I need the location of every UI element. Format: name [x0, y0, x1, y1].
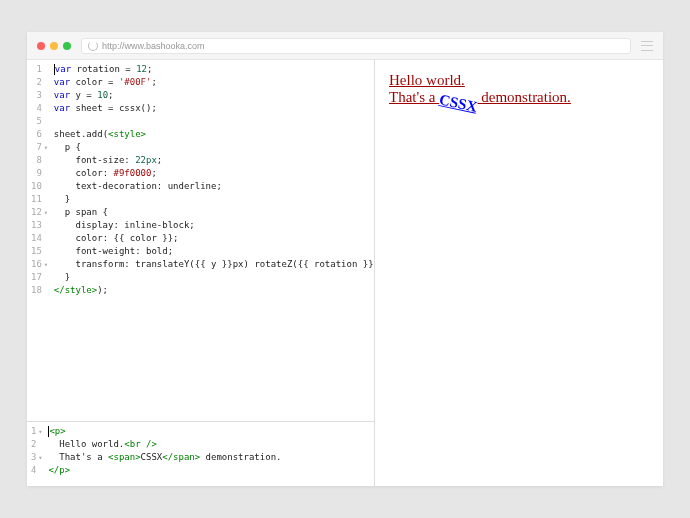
code-line[interactable]: Hello world.<br /> — [48, 438, 374, 451]
code-line[interactable]: } — [54, 271, 374, 284]
content-area: 1234567 ▾89101112 ▾13141516 ▾1718var rot… — [27, 60, 663, 486]
refresh-icon[interactable] — [88, 41, 98, 51]
code-line[interactable]: var rotation = 12; — [54, 63, 374, 76]
code-token: add — [86, 128, 102, 141]
code-body[interactable]: <p> Hello world.<br /> That's a <span>CS… — [48, 425, 374, 477]
code-token: demonstration. — [200, 451, 281, 464]
code-line[interactable]: } — [54, 193, 374, 206]
preview-text-after: demonstration. — [478, 89, 571, 105]
code-token — [54, 167, 76, 180]
code-token: translateY — [135, 258, 189, 271]
line-number: 2 — [31, 438, 42, 451]
code-token: That's a — [59, 451, 108, 464]
code-token: {{ color }} — [113, 232, 173, 245]
code-line[interactable]: font-size: 22px; — [54, 154, 374, 167]
code-token — [48, 451, 59, 464]
maximize-icon[interactable] — [63, 42, 71, 50]
code-line[interactable] — [54, 115, 374, 128]
code-token — [54, 245, 76, 258]
code-token: <style> — [108, 128, 146, 141]
code-token: (); — [141, 102, 157, 115]
code-line[interactable]: p span { — [54, 206, 374, 219]
code-token: underline — [168, 180, 217, 193]
code-token: {{ y }} — [195, 258, 233, 271]
code-line[interactable]: </p> — [48, 464, 374, 477]
code-token: px) — [233, 258, 255, 271]
code-token: ; — [147, 63, 152, 76]
code-token: : — [124, 154, 135, 167]
line-number: 7 ▾ — [31, 141, 48, 154]
code-token — [54, 232, 76, 245]
url-text: http://www.bashooka.com — [102, 41, 205, 51]
code-token — [54, 219, 76, 232]
line-number: 14 — [31, 232, 48, 245]
code-token: var — [54, 76, 70, 89]
line-number: 3 — [31, 89, 48, 102]
code-line[interactable]: color: #9f0000; — [54, 167, 374, 180]
code-token: 22px — [135, 154, 157, 167]
code-token — [54, 141, 65, 154]
code-line[interactable]: var sheet = cssx(); — [54, 102, 374, 115]
code-body[interactable]: var rotation = 12;var color = '#00F';var… — [54, 63, 374, 297]
code-token: display — [76, 219, 114, 232]
code-token: ; — [216, 180, 221, 193]
line-number: 4 — [31, 464, 42, 477]
preview-pane: Hello world. That's a CSSX demonstration… — [375, 60, 663, 486]
code-token: transform — [76, 258, 125, 271]
window-controls — [37, 42, 71, 50]
js-css-editor[interactable]: 1234567 ▾89101112 ▾13141516 ▾1718var rot… — [27, 60, 374, 421]
code-token: ; — [168, 245, 173, 258]
line-number: 2 — [31, 76, 48, 89]
code-line[interactable]: var color = '#00F'; — [54, 76, 374, 89]
code-line[interactable]: sheet.add(<style> — [54, 128, 374, 141]
preview-span-cssx: CSSX — [438, 91, 479, 116]
code-token: sheet — [76, 102, 103, 115]
code-token: var — [54, 89, 70, 102]
code-token: 12 — [136, 63, 147, 76]
code-token: {{ rotation }} — [298, 258, 374, 271]
code-line[interactable]: </style>); — [54, 284, 374, 297]
code-line[interactable]: <p> — [48, 425, 374, 438]
code-token: : — [124, 258, 135, 271]
menu-icon[interactable] — [641, 41, 653, 51]
code-token — [54, 154, 76, 167]
code-token: = — [103, 102, 119, 115]
code-token: cssx — [119, 102, 141, 115]
line-number: 18 — [31, 284, 48, 297]
line-number: 13 — [31, 219, 48, 232]
line-number-gutter: 1 ▾23 ▾4 — [27, 425, 48, 477]
editors-column: 1234567 ▾89101112 ▾13141516 ▾1718var rot… — [27, 60, 375, 486]
line-number: 4 — [31, 102, 48, 115]
code-token: var — [54, 102, 70, 115]
code-token: Hello world. — [59, 438, 124, 451]
code-token — [54, 180, 76, 193]
code-token: ; — [151, 167, 156, 180]
code-token: font-size — [76, 154, 125, 167]
code-token: = — [81, 89, 97, 102]
code-token: inline-block — [124, 219, 189, 232]
line-number: 17 — [31, 271, 48, 284]
code-line[interactable]: text-decoration: underline; — [54, 180, 374, 193]
preview-text-before: That's a — [389, 89, 439, 105]
code-line[interactable]: transform: translateY({{ y }}px) rotateZ… — [54, 258, 374, 271]
line-number: 8 — [31, 154, 48, 167]
code-token: color — [76, 76, 103, 89]
code-line[interactable]: var y = 10; — [54, 89, 374, 102]
code-token: var — [55, 63, 71, 76]
code-token: p span — [65, 206, 98, 219]
url-bar[interactable]: http://www.bashooka.com — [81, 38, 631, 54]
code-token — [54, 206, 65, 219]
close-icon[interactable] — [37, 42, 45, 50]
code-line[interactable]: display: inline-block; — [54, 219, 374, 232]
html-editor[interactable]: 1 ▾23 ▾4<p> Hello world.<br /> That's a … — [27, 421, 374, 486]
code-line[interactable]: color: {{ color }}; — [54, 232, 374, 245]
code-token: : — [157, 180, 168, 193]
minimize-icon[interactable] — [50, 42, 58, 50]
code-token: : — [103, 167, 114, 180]
code-line[interactable]: font-weight: bold; — [54, 245, 374, 258]
code-token: } — [54, 271, 70, 284]
code-token: bold — [146, 245, 168, 258]
code-token: ; — [151, 76, 156, 89]
code-line[interactable]: That's a <span>CSSX</span> demonstration… — [48, 451, 374, 464]
code-line[interactable]: p { — [54, 141, 374, 154]
